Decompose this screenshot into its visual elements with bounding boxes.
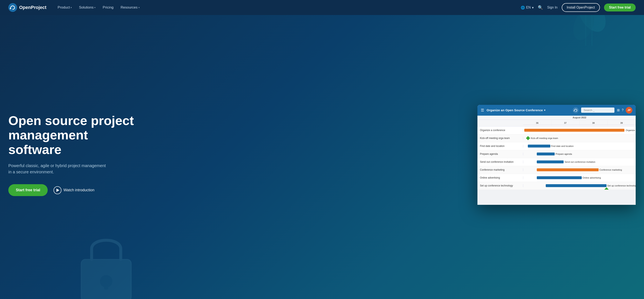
app-menu-icon[interactable]: ☰ <box>481 108 484 113</box>
gantt-row: Organize a conferenceOrganize a conferen… <box>478 126 636 134</box>
gantt-header-row: 36373839 <box>478 120 636 126</box>
nav-links: Product ▾ Solutions ▾ Pricing Resources … <box>55 4 521 11</box>
app-dropdown-icon: ▾ <box>544 109 545 112</box>
gantt-row: Kick-off meeting orga teamKick-off meeti… <box>478 134 636 142</box>
svg-rect-6 <box>81 259 131 299</box>
app-user-avatar[interactable]: JP <box>626 107 632 114</box>
hero-title: Open source project management software <box>8 113 142 157</box>
gantt-bars-area: Organize a conference <box>523 126 636 134</box>
gantt-bars-area: Online advertising <box>523 174 636 182</box>
nav-product[interactable]: Product ▾ <box>55 4 75 11</box>
gantt-row: Online advertisingOnline advertising <box>478 174 636 182</box>
gantt-bar-label: Kick-off meeting orga team <box>531 137 558 139</box>
play-circle-icon <box>54 186 62 194</box>
navbar: OpenProject Product ▾ Solutions ▾ Pricin… <box>0 0 644 15</box>
gantt-task-name: Set up conference technology <box>478 184 523 187</box>
gantt-dates-col: 36373839 <box>523 120 636 126</box>
app-help-icon[interactable]: ? <box>622 108 624 112</box>
hero-left: Open source project management software … <box>8 113 150 196</box>
gantt-task-name: Online advertising <box>478 176 523 179</box>
svg-point-7 <box>100 275 112 287</box>
gantt-bar-label: Find date and location <box>551 145 574 147</box>
hero-actions: Start free trial Watch introduction <box>8 184 142 196</box>
gantt-task-name: Send out conference invitation <box>478 160 523 163</box>
nav-solutions[interactable]: Solutions ▾ <box>76 4 98 11</box>
product-chevron-icon: ▾ <box>70 6 72 9</box>
globe-icon: 🌐 <box>521 6 525 10</box>
dots-decoration: for(let r=0;r<8;r++) for(let c=0;c<12;c+… <box>12 253 75 295</box>
language-selector[interactable]: 🌐 EN ▾ <box>521 6 534 10</box>
gantt-row: Find date and locationFind date and loca… <box>478 142 636 150</box>
brand-name: OpenProject <box>19 5 46 10</box>
gantt-bar <box>528 145 550 148</box>
gantt-bar <box>537 153 555 155</box>
gantt-bars-area: Send out conference invitation <box>523 158 636 166</box>
lang-chevron-icon: ▾ <box>532 6 534 10</box>
gantt-bar <box>546 184 606 187</box>
gantt-bar-label: Online advertising <box>582 176 601 179</box>
gantt-week-39: 39 <box>608 120 636 126</box>
gantt-bars-area: Prepare agenda <box>523 150 636 158</box>
svg-point-10 <box>573 107 578 113</box>
gantt-bar-label: Send out conference invitation <box>564 161 595 163</box>
gantt-bar-label: Conference marketing <box>600 169 622 171</box>
gantt-week-36: 36 <box>523 120 551 126</box>
gantt-task-name: Prepare agenda <box>478 153 523 155</box>
gantt-bars-area: Find date and location <box>523 142 636 150</box>
gantt-task-name: Kick-off meeting orga team <box>478 137 523 140</box>
gantt-row: Send out conference invitationSend out c… <box>478 158 636 166</box>
gantt-bars-area: Conference marketing <box>523 166 636 174</box>
svg-point-1 <box>10 8 11 9</box>
gantt-month-row: August 2022 <box>478 116 636 120</box>
gantt-bar-label: Organize a conference <box>626 129 636 131</box>
app-icons-right: ⊞ ? JP <box>617 107 632 114</box>
logo-icon <box>8 3 17 12</box>
app-window: ☰ Organize an Open Source Conference ▾ S… <box>478 105 636 205</box>
trial-button-nav[interactable]: Start free trial <box>604 4 636 12</box>
hero-trial-button[interactable]: Start free trial <box>8 184 48 196</box>
gantt-bar-label: Set up conference technology <box>607 184 636 187</box>
gantt-milestone-diamond-end <box>604 187 608 189</box>
svg-rect-8 <box>104 281 108 290</box>
nav-pricing[interactable]: Pricing <box>100 4 116 11</box>
nav-resources[interactable]: Resources ▾ <box>118 4 142 11</box>
gantt-week-38: 38 <box>580 120 608 126</box>
gantt-bar-label: Prepare agenda <box>556 153 572 155</box>
app-grid-icon[interactable]: ⊞ <box>617 108 620 112</box>
gantt-row: Conference marketingConference marketing <box>478 166 636 174</box>
gantt-bars-area: Kick-off meeting orga team <box>523 134 636 142</box>
gantt-area: August 2022 36373839 Organize a conferen… <box>478 116 636 190</box>
signin-link[interactable]: Sign In <box>547 6 558 9</box>
gantt-milestone-diamond <box>526 136 530 140</box>
hero-right: ☰ Organize an Open Source Conference ▾ S… <box>150 105 636 205</box>
svg-point-0 <box>8 3 17 12</box>
app-search-box[interactable]: Search _ <box>581 108 614 113</box>
gantt-body: Organize a conferenceOrganize a conferen… <box>478 126 636 190</box>
gantt-row: Set up conference technologySet up confe… <box>478 182 636 190</box>
svg-point-11 <box>574 110 575 111</box>
hero-subtitle: Powerful classic, agile or hybrid projec… <box>8 163 108 175</box>
hero-section: for(let r=0;r<8;r++) for(let c=0;c<12;c+… <box>0 0 644 299</box>
gantt-bar <box>524 129 624 132</box>
solutions-chevron-icon: ▾ <box>94 6 96 9</box>
play-triangle-icon <box>56 189 59 192</box>
lock-decoration <box>67 228 146 299</box>
gantt-row: Prepare agendaPrepare agenda <box>478 150 636 158</box>
gantt-bars-area: Set up conference technology <box>523 182 636 190</box>
gantt-bar <box>537 160 564 163</box>
resources-chevron-icon: ▾ <box>138 6 140 9</box>
gantt-bar <box>537 176 582 179</box>
app-logo-small-icon <box>573 107 578 113</box>
gantt-task-name: Find date and location <box>478 145 523 148</box>
install-button[interactable]: Install OpenProject <box>562 3 600 12</box>
gantt-week-37: 37 <box>551 120 580 126</box>
hero-watch-button[interactable]: Watch introduction <box>54 186 94 194</box>
nav-right: 🌐 EN ▾ 🔍 Sign In Install OpenProject Sta… <box>521 3 636 12</box>
app-topbar: ☰ Organize an Open Source Conference ▾ S… <box>478 105 636 116</box>
gantt-task-name: Organize a conference <box>478 129 523 132</box>
gantt-bar <box>537 168 598 171</box>
logo-link[interactable]: OpenProject <box>8 3 46 12</box>
app-project-name: Organize an Open Source Conference ▾ <box>486 108 570 112</box>
search-icon[interactable]: 🔍 <box>538 5 543 10</box>
gantt-task-name: Conference marketing <box>478 168 523 171</box>
